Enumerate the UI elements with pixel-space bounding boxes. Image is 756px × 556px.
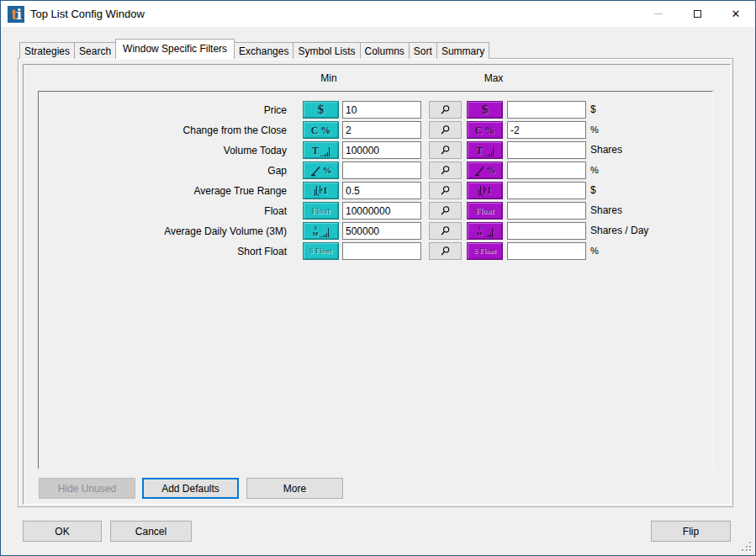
hide-unused-button[interactable]: Hide Unused <box>39 478 135 499</box>
average-daily-volume-3m-max-input[interactable] <box>507 222 586 240</box>
tab-search[interactable]: Search <box>74 42 116 59</box>
tab-symbol-lists[interactable]: Symbol Lists <box>293 42 360 59</box>
price-max-input[interactable] <box>507 101 586 119</box>
magnifier-icon <box>440 225 451 236</box>
range-bars-icon: I <box>478 185 491 197</box>
gap-min-input[interactable] <box>342 162 421 179</box>
volume-today-search-button[interactable] <box>429 141 462 159</box>
filters-group: Price$$$Change from the CloseC %C %%Volu… <box>38 91 713 469</box>
tab-strategies[interactable]: Strategies <box>19 42 75 59</box>
average-true-range-min-filter-toggle-button[interactable]: I <box>303 182 339 199</box>
average-daily-volume-3m-min-filter-toggle-button[interactable]: 3M <box>303 222 339 240</box>
float-max-input[interactable] <box>507 202 586 220</box>
short-float-min-filter-toggle-button[interactable]: S Float <box>303 242 339 260</box>
filter-row-average-daily-volume-3m: Average Daily Volume (3M)3M3MShares / Da… <box>39 222 712 241</box>
short-float-max-input[interactable] <box>507 242 586 260</box>
price-max-filter-toggle-button[interactable]: $ <box>467 101 503 119</box>
dollar-icon: $ <box>318 103 325 116</box>
filter-row-gap: Gap%%% <box>39 162 712 180</box>
float-min-filter-toggle-button[interactable]: Float <box>303 202 339 220</box>
average-true-range-min-input[interactable] <box>342 182 421 199</box>
range-bars-icon: I <box>315 185 327 197</box>
app-logo-letter-i: i <box>17 8 21 23</box>
price-min-filter-toggle-button[interactable]: $ <box>303 101 339 119</box>
float-text-icon: Float <box>311 207 330 215</box>
average-daily-volume-3m-unit-label: Shares / Day <box>590 222 648 241</box>
minimize-button[interactable] <box>639 1 678 27</box>
minimize-icon <box>654 13 663 14</box>
volume-today-min-input[interactable] <box>342 141 421 159</box>
volume-today-label: Volume Today <box>39 141 294 160</box>
float-max-filter-toggle-button[interactable]: Float <box>467 202 503 220</box>
change-from-close-label: Change from the Close <box>39 121 294 140</box>
volume-today-max-filter-toggle-button[interactable]: T <box>467 141 503 159</box>
filter-row-volume-today: Volume TodayTTShares <box>39 141 712 160</box>
tab-summary[interactable]: Summary <box>436 42 489 59</box>
volume-3m-bars-icon: 3M <box>477 225 494 237</box>
tab-exchanges[interactable]: Exchanges <box>234 42 293 59</box>
volume-3m-bars-icon: 3M <box>313 225 330 237</box>
filter-row-float: FloatFloatFloatShares <box>39 202 712 220</box>
price-unit-label: $ <box>590 101 596 119</box>
price-min-input[interactable] <box>342 101 421 119</box>
gap-max-input[interactable] <box>507 162 586 179</box>
price-search-button[interactable] <box>429 101 462 119</box>
magnifier-icon <box>440 185 451 196</box>
gap-unit-label: % <box>590 162 599 180</box>
short-float-min-input[interactable] <box>342 242 421 260</box>
float-unit-label: Shares <box>590 202 622 220</box>
change-from-close-min-filter-toggle-button[interactable]: C % <box>303 121 339 139</box>
gap-search-button[interactable] <box>429 162 462 179</box>
short-float-max-filter-toggle-button[interactable]: S Float <box>467 242 503 260</box>
change-from-close-min-input[interactable] <box>342 121 421 139</box>
flip-button[interactable]: Flip <box>651 521 731 542</box>
change-from-close-unit-label: % <box>590 121 599 140</box>
tab-columns[interactable]: Columns <box>360 42 410 59</box>
tab-window-specific-filters[interactable]: Window Specific Filters <box>115 39 235 59</box>
average-daily-volume-3m-label: Average Daily Volume (3M) <box>39 222 294 241</box>
filter-row-price: Price$$$ <box>39 101 712 119</box>
change-from-close-search-button[interactable] <box>429 121 462 139</box>
gap-percent-icon: % <box>474 165 496 177</box>
titlebar: ti Top List Config Window ✕ <box>1 1 755 27</box>
max-column-header: Max <box>468 72 519 84</box>
average-true-range-unit-label: $ <box>590 182 596 200</box>
filter-row-average-true-range: Average True RangeII$ <box>39 182 712 200</box>
average-true-range-search-button[interactable] <box>429 182 462 199</box>
change-from-close-max-filter-toggle-button[interactable]: C % <box>467 121 503 139</box>
app-logo-icon: ti <box>8 6 24 23</box>
change-percent-icon: C % <box>311 125 331 135</box>
average-true-range-max-filter-toggle-button[interactable]: I <box>467 182 503 199</box>
ok-button[interactable]: OK <box>23 521 102 542</box>
volume-today-max-input[interactable] <box>507 141 586 159</box>
average-daily-volume-3m-min-input[interactable] <box>342 222 421 240</box>
short-float-text-icon: S Float <box>473 247 496 255</box>
close-button[interactable]: ✕ <box>716 1 755 27</box>
magnifier-icon <box>440 145 451 156</box>
volume-today-unit-label: Shares <box>590 141 622 160</box>
tab-sort[interactable]: Sort <box>409 42 437 59</box>
gap-label: Gap <box>39 162 294 180</box>
gap-min-filter-toggle-button[interactable]: % <box>303 162 339 179</box>
volume-today-min-filter-toggle-button[interactable]: T <box>303 141 339 159</box>
magnifier-icon <box>440 165 451 176</box>
average-daily-volume-3m-max-filter-toggle-button[interactable]: 3M <box>467 222 503 240</box>
maximize-button[interactable] <box>678 1 716 27</box>
float-search-button[interactable] <box>429 202 462 220</box>
cancel-button[interactable]: Cancel <box>110 521 192 542</box>
change-from-close-max-input[interactable] <box>507 121 586 139</box>
average-true-range-max-input[interactable] <box>507 182 586 199</box>
more-button[interactable]: More <box>246 478 343 499</box>
short-float-search-button[interactable] <box>429 242 462 260</box>
gap-max-filter-toggle-button[interactable]: % <box>467 162 503 179</box>
filter-row-change-from-close: Change from the CloseC %C %% <box>39 121 712 140</box>
short-float-label: Short Float <box>39 242 294 261</box>
filter-row-short-float: Short FloatS FloatS Float% <box>39 242 712 261</box>
float-min-input[interactable] <box>342 202 421 220</box>
resize-grip[interactable] <box>742 542 751 551</box>
average-daily-volume-3m-search-button[interactable] <box>429 222 462 240</box>
volume-bars-icon: T <box>476 145 494 156</box>
gap-percent-icon: % <box>310 165 332 177</box>
change-percent-icon: C % <box>475 125 495 135</box>
add-defaults-button[interactable]: Add Defaults <box>142 478 239 499</box>
